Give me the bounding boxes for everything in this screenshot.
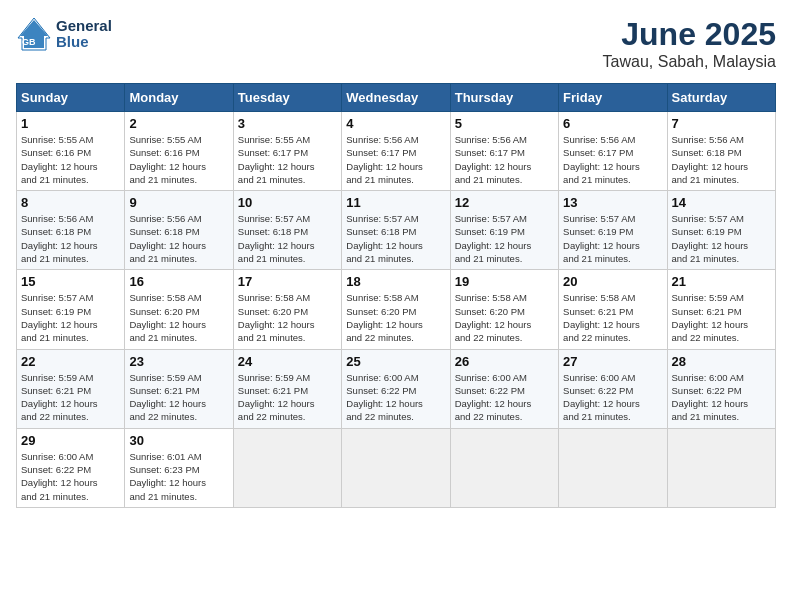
day-number: 23 bbox=[129, 354, 228, 369]
cell-text: Sunrise: 5:57 AM Sunset: 6:19 PM Dayligh… bbox=[672, 212, 771, 265]
cell-text: Sunrise: 6:00 AM Sunset: 6:22 PM Dayligh… bbox=[346, 371, 445, 424]
day-number: 4 bbox=[346, 116, 445, 131]
calendar-cell: 11Sunrise: 5:57 AM Sunset: 6:18 PM Dayli… bbox=[342, 191, 450, 270]
calendar-cell: 17Sunrise: 5:58 AM Sunset: 6:20 PM Dayli… bbox=[233, 270, 341, 349]
cell-text: Sunrise: 5:58 AM Sunset: 6:20 PM Dayligh… bbox=[455, 291, 554, 344]
weekday-header-tuesday: Tuesday bbox=[233, 84, 341, 112]
calendar-cell bbox=[233, 428, 341, 507]
day-number: 5 bbox=[455, 116, 554, 131]
calendar-week-5: 29Sunrise: 6:00 AM Sunset: 6:22 PM Dayli… bbox=[17, 428, 776, 507]
weekday-header-wednesday: Wednesday bbox=[342, 84, 450, 112]
cell-text: Sunrise: 5:58 AM Sunset: 6:20 PM Dayligh… bbox=[238, 291, 337, 344]
calendar-cell: 25Sunrise: 6:00 AM Sunset: 6:22 PM Dayli… bbox=[342, 349, 450, 428]
calendar-cell: 5Sunrise: 5:56 AM Sunset: 6:17 PM Daylig… bbox=[450, 112, 558, 191]
calendar-cell: 22Sunrise: 5:59 AM Sunset: 6:21 PM Dayli… bbox=[17, 349, 125, 428]
weekday-header-friday: Friday bbox=[559, 84, 667, 112]
day-number: 10 bbox=[238, 195, 337, 210]
cell-text: Sunrise: 5:56 AM Sunset: 6:17 PM Dayligh… bbox=[455, 133, 554, 186]
cell-text: Sunrise: 5:57 AM Sunset: 6:18 PM Dayligh… bbox=[346, 212, 445, 265]
cell-text: Sunrise: 5:57 AM Sunset: 6:18 PM Dayligh… bbox=[238, 212, 337, 265]
calendar-cell: 10Sunrise: 5:57 AM Sunset: 6:18 PM Dayli… bbox=[233, 191, 341, 270]
title-block: June 2025 Tawau, Sabah, Malaysia bbox=[603, 16, 776, 71]
day-number: 18 bbox=[346, 274, 445, 289]
day-number: 21 bbox=[672, 274, 771, 289]
calendar-cell bbox=[559, 428, 667, 507]
cell-text: Sunrise: 5:56 AM Sunset: 6:18 PM Dayligh… bbox=[672, 133, 771, 186]
cell-text: Sunrise: 5:57 AM Sunset: 6:19 PM Dayligh… bbox=[21, 291, 120, 344]
calendar-cell: 3Sunrise: 5:55 AM Sunset: 6:17 PM Daylig… bbox=[233, 112, 341, 191]
day-number: 6 bbox=[563, 116, 662, 131]
month-title: June 2025 bbox=[603, 16, 776, 53]
cell-text: Sunrise: 5:55 AM Sunset: 6:16 PM Dayligh… bbox=[21, 133, 120, 186]
day-number: 8 bbox=[21, 195, 120, 210]
cell-text: Sunrise: 5:58 AM Sunset: 6:20 PM Dayligh… bbox=[346, 291, 445, 344]
day-number: 26 bbox=[455, 354, 554, 369]
page-header: GB General Blue June 2025 Tawau, Sabah, … bbox=[16, 16, 776, 71]
cell-text: Sunrise: 5:59 AM Sunset: 6:21 PM Dayligh… bbox=[129, 371, 228, 424]
day-number: 25 bbox=[346, 354, 445, 369]
weekday-header-saturday: Saturday bbox=[667, 84, 775, 112]
day-number: 3 bbox=[238, 116, 337, 131]
cell-text: Sunrise: 5:59 AM Sunset: 6:21 PM Dayligh… bbox=[238, 371, 337, 424]
day-number: 11 bbox=[346, 195, 445, 210]
cell-text: Sunrise: 5:59 AM Sunset: 6:21 PM Dayligh… bbox=[21, 371, 120, 424]
day-number: 1 bbox=[21, 116, 120, 131]
cell-text: Sunrise: 6:00 AM Sunset: 6:22 PM Dayligh… bbox=[21, 450, 120, 503]
calendar-cell: 23Sunrise: 5:59 AM Sunset: 6:21 PM Dayli… bbox=[125, 349, 233, 428]
calendar-cell: 29Sunrise: 6:00 AM Sunset: 6:22 PM Dayli… bbox=[17, 428, 125, 507]
calendar-cell: 12Sunrise: 5:57 AM Sunset: 6:19 PM Dayli… bbox=[450, 191, 558, 270]
calendar-cell: 7Sunrise: 5:56 AM Sunset: 6:18 PM Daylig… bbox=[667, 112, 775, 191]
cell-text: Sunrise: 6:01 AM Sunset: 6:23 PM Dayligh… bbox=[129, 450, 228, 503]
calendar-week-4: 22Sunrise: 5:59 AM Sunset: 6:21 PM Dayli… bbox=[17, 349, 776, 428]
day-number: 14 bbox=[672, 195, 771, 210]
calendar-cell: 14Sunrise: 5:57 AM Sunset: 6:19 PM Dayli… bbox=[667, 191, 775, 270]
cell-text: Sunrise: 5:57 AM Sunset: 6:19 PM Dayligh… bbox=[455, 212, 554, 265]
day-number: 16 bbox=[129, 274, 228, 289]
day-number: 13 bbox=[563, 195, 662, 210]
location-title: Tawau, Sabah, Malaysia bbox=[603, 53, 776, 71]
day-number: 24 bbox=[238, 354, 337, 369]
day-number: 12 bbox=[455, 195, 554, 210]
logo-line2: Blue bbox=[56, 34, 112, 51]
day-number: 29 bbox=[21, 433, 120, 448]
calendar-cell: 2Sunrise: 5:55 AM Sunset: 6:16 PM Daylig… bbox=[125, 112, 233, 191]
cell-text: Sunrise: 5:55 AM Sunset: 6:17 PM Dayligh… bbox=[238, 133, 337, 186]
day-number: 15 bbox=[21, 274, 120, 289]
cell-text: Sunrise: 5:58 AM Sunset: 6:21 PM Dayligh… bbox=[563, 291, 662, 344]
calendar-cell: 4Sunrise: 5:56 AM Sunset: 6:17 PM Daylig… bbox=[342, 112, 450, 191]
cell-text: Sunrise: 5:56 AM Sunset: 6:17 PM Dayligh… bbox=[346, 133, 445, 186]
calendar-week-1: 1Sunrise: 5:55 AM Sunset: 6:16 PM Daylig… bbox=[17, 112, 776, 191]
day-number: 7 bbox=[672, 116, 771, 131]
calendar-cell: 24Sunrise: 5:59 AM Sunset: 6:21 PM Dayli… bbox=[233, 349, 341, 428]
cell-text: Sunrise: 5:57 AM Sunset: 6:19 PM Dayligh… bbox=[563, 212, 662, 265]
cell-text: Sunrise: 5:58 AM Sunset: 6:20 PM Dayligh… bbox=[129, 291, 228, 344]
calendar-cell: 26Sunrise: 6:00 AM Sunset: 6:22 PM Dayli… bbox=[450, 349, 558, 428]
calendar-cell bbox=[450, 428, 558, 507]
weekday-header-monday: Monday bbox=[125, 84, 233, 112]
calendar-cell: 13Sunrise: 5:57 AM Sunset: 6:19 PM Dayli… bbox=[559, 191, 667, 270]
calendar-cell: 15Sunrise: 5:57 AM Sunset: 6:19 PM Dayli… bbox=[17, 270, 125, 349]
day-number: 19 bbox=[455, 274, 554, 289]
cell-text: Sunrise: 5:56 AM Sunset: 6:17 PM Dayligh… bbox=[563, 133, 662, 186]
calendar-header: SundayMondayTuesdayWednesdayThursdayFrid… bbox=[17, 84, 776, 112]
day-number: 9 bbox=[129, 195, 228, 210]
calendar-cell: 18Sunrise: 5:58 AM Sunset: 6:20 PM Dayli… bbox=[342, 270, 450, 349]
calendar-cell: 9Sunrise: 5:56 AM Sunset: 6:18 PM Daylig… bbox=[125, 191, 233, 270]
calendar-cell: 27Sunrise: 6:00 AM Sunset: 6:22 PM Dayli… bbox=[559, 349, 667, 428]
day-number: 2 bbox=[129, 116, 228, 131]
calendar-cell: 6Sunrise: 5:56 AM Sunset: 6:17 PM Daylig… bbox=[559, 112, 667, 191]
calendar-cell: 21Sunrise: 5:59 AM Sunset: 6:21 PM Dayli… bbox=[667, 270, 775, 349]
calendar-body: 1Sunrise: 5:55 AM Sunset: 6:16 PM Daylig… bbox=[17, 112, 776, 508]
cell-text: Sunrise: 6:00 AM Sunset: 6:22 PM Dayligh… bbox=[455, 371, 554, 424]
svg-text:GB: GB bbox=[22, 37, 36, 47]
calendar-week-2: 8Sunrise: 5:56 AM Sunset: 6:18 PM Daylig… bbox=[17, 191, 776, 270]
calendar-cell: 16Sunrise: 5:58 AM Sunset: 6:20 PM Dayli… bbox=[125, 270, 233, 349]
day-number: 28 bbox=[672, 354, 771, 369]
cell-text: Sunrise: 5:56 AM Sunset: 6:18 PM Dayligh… bbox=[129, 212, 228, 265]
calendar-cell: 20Sunrise: 5:58 AM Sunset: 6:21 PM Dayli… bbox=[559, 270, 667, 349]
calendar-cell: 30Sunrise: 6:01 AM Sunset: 6:23 PM Dayli… bbox=[125, 428, 233, 507]
logo-icon: GB bbox=[16, 16, 52, 52]
day-number: 22 bbox=[21, 354, 120, 369]
cell-text: Sunrise: 6:00 AM Sunset: 6:22 PM Dayligh… bbox=[672, 371, 771, 424]
day-number: 20 bbox=[563, 274, 662, 289]
